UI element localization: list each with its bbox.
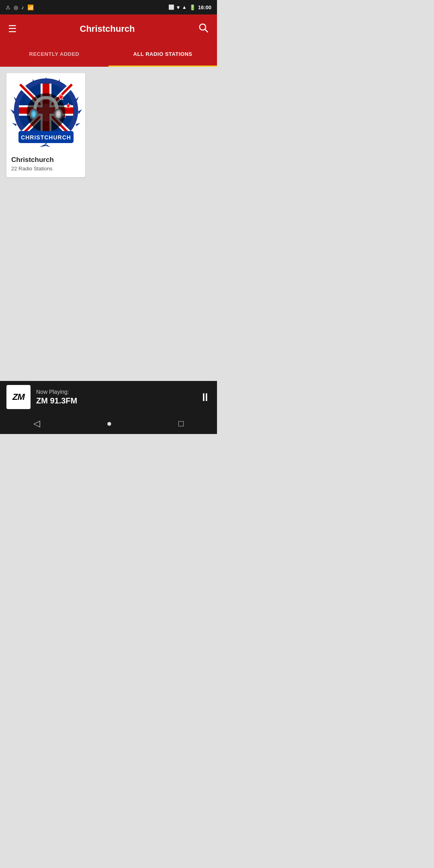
page-title: Christchurch [80,24,135,34]
station-card-image: CHRISTCHURCH [6,73,85,152]
card-subtitle: 22 Radio Stations [11,166,80,172]
search-button[interactable] [198,22,209,36]
home-button[interactable]: ● [106,418,112,429]
nav-bar: ◁ ● □ [0,413,217,434]
now-playing-label: Now Playing: [36,389,199,395]
tab-recently-added[interactable]: RECENTLY ADDED [0,43,108,67]
now-playing-station: ZM 91.3FM [36,396,199,405]
tabs-bar: RECENTLY ADDED ALL RADIO STATIONS [0,43,217,67]
svg-point-44 [57,112,60,117]
time-display: 16:00 [198,4,211,10]
station-card[interactable]: CHRISTCHURCH Christchurch 22 Radio Stati… [6,73,85,177]
battery-icon: 🔋 [189,4,196,10]
cast-icon: ⬜ [168,4,174,10]
card-info: Christchurch 22 Radio Stations [6,152,85,177]
tab-all-radio-stations[interactable]: ALL RADIO STATIONS [108,43,217,67]
svg-text:CHRISTCHURCH: CHRISTCHURCH [21,134,71,141]
music-icon: ♪ [21,4,24,10]
app-bar: ☰ Christchurch [0,14,217,43]
now-playing-info: Now Playing: ZM 91.3FM [36,389,199,405]
svg-point-41 [32,112,35,117]
warning-icon: ⚠ [6,4,10,10]
signal-icon: 📶 [27,4,34,10]
status-icons-right: ⬜ ▾ ▲ 🔋 16:00 [168,4,211,10]
wifi-icon: ▾ [177,4,180,10]
card-title: Christchurch [11,156,80,164]
status-icons-left: ⚠ ◎ ♪ 📶 [6,4,34,10]
now-playing-logo: ZM [6,385,31,409]
content-area: CHRISTCHURCH Christchurch 22 Radio Stati… [0,67,217,184]
pause-button[interactable]: ⏸ [199,391,211,404]
recents-button[interactable]: □ [178,418,184,429]
svg-point-45 [38,104,54,121]
svg-line-1 [205,29,207,32]
network-icon: ▲ [182,4,187,10]
now-playing-bar: ZM Now Playing: ZM 91.3FM ⏸ [0,381,217,413]
camera-icon: ◎ [14,4,18,10]
back-button[interactable]: ◁ [33,418,40,429]
zm-logo: ZM [12,392,25,402]
menu-button[interactable]: ☰ [8,23,17,35]
status-bar: ⚠ ◎ ♪ 📶 ⬜ ▾ ▲ 🔋 16:00 [0,0,217,14]
